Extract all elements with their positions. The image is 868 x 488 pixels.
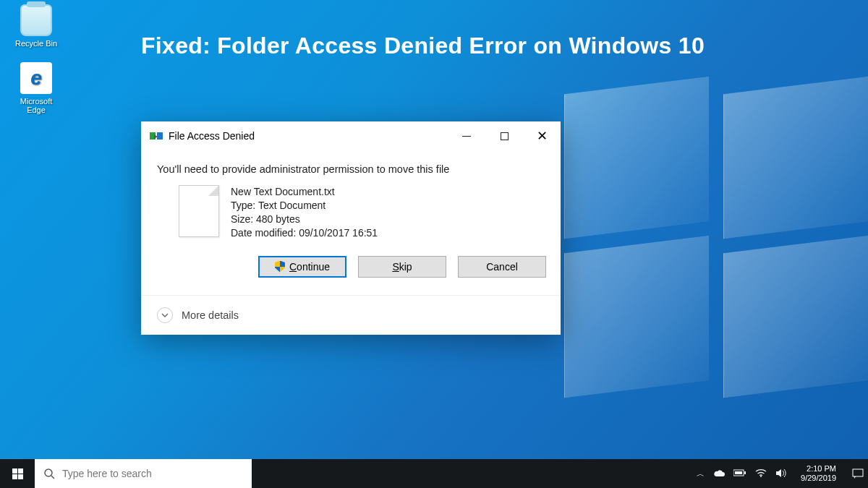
- cancel-button[interactable]: Cancel: [458, 256, 546, 278]
- windows-icon: [12, 468, 23, 479]
- article-headline: Fixed: Folder Access Denied Error on Win…: [141, 33, 705, 59]
- wallpaper-windows-logo: [521, 71, 868, 418]
- close-icon: ✕: [537, 128, 548, 144]
- more-details-toggle[interactable]: More details: [141, 295, 561, 335]
- file-access-denied-dialog: File Access Denied ✕ You'll need to prov…: [141, 121, 561, 335]
- dialog-message: You'll need to provide administrator per…: [157, 163, 546, 175]
- chevron-down-icon: [157, 307, 173, 323]
- maximize-button[interactable]: [485, 121, 523, 150]
- dialog-titlebar[interactable]: File Access Denied ✕: [141, 121, 561, 150]
- svg-point-5: [760, 476, 762, 477]
- volume-icon[interactable]: [775, 468, 786, 479]
- search-icon: [43, 468, 55, 479]
- svg-line-1: [51, 476, 54, 479]
- clock-date: 9/29/2019: [801, 474, 836, 483]
- button-label: Cancel: [486, 261, 518, 273]
- notification-icon: [852, 468, 864, 479]
- file-name: New Text Document.txt: [231, 185, 378, 199]
- recycle-bin-icon: [20, 4, 52, 36]
- system-tray: ︿ 2:10 PM 9/29/2019: [689, 459, 868, 488]
- uac-shield-icon: [275, 261, 285, 273]
- transfer-icon: [150, 131, 163, 141]
- file-icon: [179, 185, 219, 237]
- taskbar-search[interactable]: Type here to search: [35, 459, 252, 488]
- minimize-button[interactable]: [448, 121, 485, 150]
- taskbar-clock[interactable]: 2:10 PM 9/29/2019: [795, 464, 842, 482]
- tray-chevron-up-icon[interactable]: ︿: [697, 468, 705, 479]
- file-size: Size: 480 bytes: [231, 213, 378, 226]
- edge-icon: e: [20, 62, 52, 94]
- close-button[interactable]: ✕: [523, 121, 561, 150]
- search-placeholder: Type here to search: [62, 468, 152, 479]
- desktop-icon-label: Recycle Bin: [10, 39, 62, 48]
- action-center-button[interactable]: [851, 459, 865, 488]
- start-button[interactable]: [0, 459, 35, 488]
- file-date: Date modified: 09/10/2017 16:51: [231, 226, 378, 240]
- file-card: New Text Document.txt Type: Text Documen…: [179, 185, 546, 240]
- desktop-icon-recycle-bin[interactable]: Recycle Bin: [10, 4, 62, 48]
- svg-rect-3: [735, 471, 742, 474]
- wifi-icon[interactable]: [755, 468, 767, 479]
- skip-button[interactable]: Skip: [358, 256, 446, 278]
- file-type: Type: Text Document: [231, 199, 378, 213]
- minimize-icon: [462, 136, 471, 137]
- svg-rect-4: [744, 471, 746, 474]
- more-details-label: More details: [182, 309, 239, 321]
- maximize-icon: [501, 132, 509, 140]
- clock-time: 2:10 PM: [801, 464, 836, 474]
- continue-button[interactable]: Continue: [258, 256, 346, 278]
- svg-rect-6: [853, 469, 863, 476]
- dialog-title: File Access Denied: [169, 130, 255, 142]
- button-label: Continue: [289, 261, 330, 273]
- svg-point-0: [45, 469, 52, 476]
- desktop-icon-edge[interactable]: e Microsoft Edge: [10, 62, 62, 114]
- taskbar: Type here to search ︿ 2:10 PM 9/29/2019: [0, 459, 868, 488]
- desktop-icon-label: Microsoft Edge: [10, 97, 62, 114]
- button-label: Skip: [392, 261, 412, 273]
- onedrive-icon[interactable]: [713, 469, 725, 479]
- battery-icon[interactable]: [733, 469, 746, 478]
